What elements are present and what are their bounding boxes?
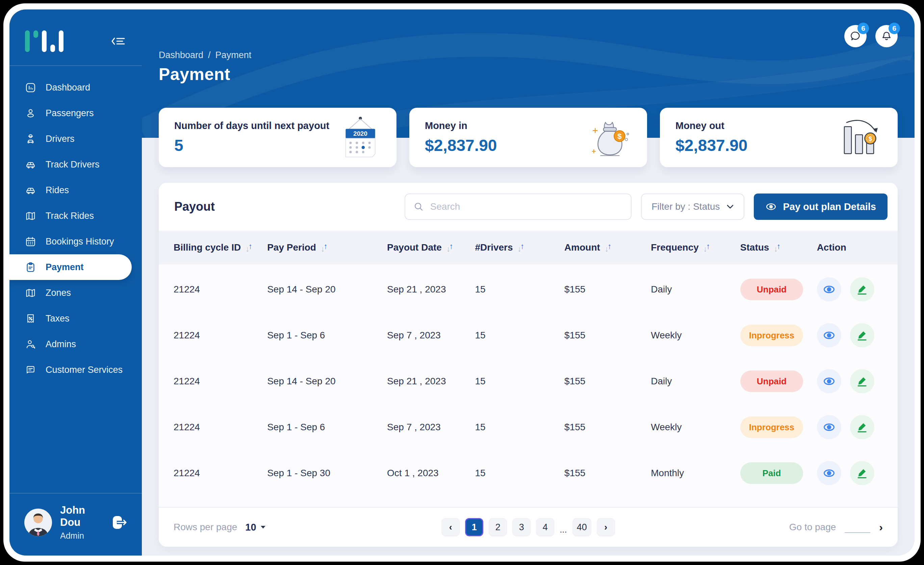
- edit-button[interactable]: [850, 277, 874, 301]
- breadcrumb-separator: /: [208, 50, 211, 60]
- logout-button[interactable]: [112, 516, 128, 529]
- payout-plan-details-button[interactable]: Pay out plan Details: [754, 193, 888, 220]
- cell-frequency: Weekly: [651, 422, 740, 433]
- rides-icon: [25, 185, 36, 196]
- sort-icon[interactable]: ↓↑: [774, 244, 780, 252]
- sidebar-item-passengers[interactable]: Passengers: [9, 100, 142, 126]
- card-label: Money out: [675, 120, 748, 131]
- breadcrumb: Dashboard / Payment: [159, 50, 898, 60]
- sidebar-item-drivers[interactable]: Drivers: [9, 126, 142, 151]
- sidebar-item-track-rides[interactable]: Track Rides: [9, 203, 142, 229]
- profile-divider: [9, 493, 142, 493]
- filter-status-dropdown[interactable]: Filter by : Status: [641, 193, 744, 220]
- next-page-button[interactable]: ›: [597, 518, 615, 536]
- sort-icon[interactable]: ↓↑: [605, 244, 612, 252]
- sidebar-item-taxes[interactable]: Taxes: [9, 306, 142, 331]
- sidebar: Dashboard Passengers Drivers Track Drive…: [9, 9, 142, 556]
- page-button-40[interactable]: 40: [572, 518, 591, 536]
- svg-text:$: $: [868, 135, 872, 142]
- sidebar-item-customer-services[interactable]: Customer Services: [9, 357, 142, 383]
- page-button-4[interactable]: 4: [536, 518, 554, 536]
- breadcrumb-dashboard[interactable]: Dashboard: [159, 50, 203, 60]
- prev-page-button[interactable]: ‹: [441, 518, 460, 536]
- sort-icon[interactable]: ↓↑: [246, 244, 252, 252]
- edit-pencil-icon: [856, 283, 868, 296]
- user-profile[interactable]: John Dou Admin: [9, 504, 142, 541]
- chevron-left-icon: ‹: [449, 522, 452, 533]
- sidebar-header: [9, 9, 142, 66]
- rows-per-page-label: Rows per page: [174, 522, 237, 533]
- pagination: ‹ 1 2 3 4 ... 40 ›: [441, 518, 615, 536]
- edit-button[interactable]: [850, 369, 874, 393]
- page-button-2[interactable]: 2: [489, 518, 507, 536]
- column-frequency[interactable]: Frequency↓↑: [651, 242, 740, 253]
- view-button[interactable]: [817, 461, 841, 485]
- summary-cards: Number of days until next payout 5 2020: [159, 108, 898, 167]
- go-to-page-input[interactable]: [844, 522, 870, 533]
- notifications-button[interactable]: 6: [875, 25, 898, 47]
- sidebar-item-track-drivers[interactable]: Track Drivers: [9, 151, 142, 177]
- rows-per-page-select[interactable]: 10: [245, 522, 266, 533]
- edit-pencil-icon: [856, 329, 868, 342]
- card-text: Money in $2,837.90: [425, 120, 497, 155]
- sidebar-item-rides[interactable]: Rides: [9, 177, 142, 203]
- sidebar-collapse-button[interactable]: [111, 36, 125, 46]
- sort-icon[interactable]: ↓↑: [704, 244, 710, 252]
- sort-icon[interactable]: ↓↑: [518, 244, 525, 252]
- view-button[interactable]: [817, 323, 841, 348]
- sort-icon[interactable]: ↓↑: [321, 244, 328, 252]
- sidebar-item-label: Drivers: [46, 134, 75, 144]
- sort-icon[interactable]: ↓↑: [447, 244, 453, 252]
- go-arrow-icon[interactable]: ›: [879, 522, 883, 533]
- search-input[interactable]: [430, 201, 623, 212]
- calendar-icon: 2020: [338, 115, 381, 159]
- eye-icon: [822, 466, 836, 480]
- search-icon: [413, 201, 424, 213]
- sidebar-item-zones[interactable]: Zones: [9, 280, 142, 306]
- payout-panel: Payout Filter by : Status Pay out plan D…: [159, 183, 898, 547]
- sidebar-menu: Dashboard Passengers Drivers Track Drive…: [9, 66, 142, 383]
- sidebar-item-dashboard[interactable]: Dashboard: [9, 75, 142, 100]
- track-drivers-icon: [25, 159, 36, 170]
- column-status[interactable]: Status↓↑: [740, 242, 817, 253]
- view-button[interactable]: [817, 277, 841, 301]
- card-value: 5: [174, 136, 329, 155]
- card-label: Number of days until next payout: [174, 120, 329, 131]
- cell-amount: $155: [564, 422, 651, 433]
- messages-button[interactable]: 6: [844, 25, 867, 47]
- column-pay-period[interactable]: Pay Period↓↑: [267, 242, 387, 253]
- cell-payout-date: Sep 21 , 2023: [387, 284, 475, 295]
- sidebar-item-admins[interactable]: Admins: [9, 331, 142, 357]
- dashboard-icon: [25, 82, 36, 93]
- cell-billing-cycle-id: 21224: [174, 422, 267, 433]
- column-payout-date[interactable]: Payout Date↓↑: [387, 242, 475, 253]
- view-button[interactable]: [817, 369, 841, 393]
- bookings-history-icon: [25, 236, 36, 247]
- column-drivers[interactable]: #Drivers↓↑: [475, 242, 564, 253]
- go-to-page: Go to page ›: [789, 522, 883, 533]
- card-money-out: Money out $2,837.90 $: [660, 108, 898, 167]
- sidebar-item-payment[interactable]: Payment: [9, 254, 132, 280]
- edit-button[interactable]: [850, 323, 874, 348]
- view-button[interactable]: [817, 415, 841, 439]
- row-actions: [817, 415, 883, 439]
- topbar: 6 6: [159, 9, 898, 47]
- avatar: [24, 509, 52, 536]
- row-actions: [817, 277, 883, 301]
- cell-payout-date: Sep 7 , 2023: [387, 330, 475, 341]
- sidebar-item-label: Bookings History: [46, 237, 114, 247]
- table-row: 21224 Sep 1 - Sep 30 Oct 1 , 2023 15 $15…: [174, 450, 883, 496]
- sidebar-item-label: Taxes: [46, 313, 70, 324]
- edit-button[interactable]: [850, 461, 874, 485]
- payment-icon: [25, 262, 36, 273]
- sidebar-item-label: Passengers: [46, 108, 94, 118]
- page-button-3[interactable]: 3: [512, 518, 531, 536]
- cell-pay-period: Sep 1 - Sep 6: [267, 422, 387, 433]
- search-box[interactable]: [405, 193, 632, 220]
- page-button-1[interactable]: 1: [465, 518, 483, 536]
- edit-button[interactable]: [850, 415, 874, 439]
- row-actions: [817, 369, 883, 393]
- sidebar-item-bookings-history[interactable]: Bookings History: [9, 229, 142, 254]
- column-billing-cycle-id[interactable]: Billing cycle ID↓↑: [174, 242, 267, 253]
- column-amount[interactable]: Amount↓↑: [564, 242, 651, 253]
